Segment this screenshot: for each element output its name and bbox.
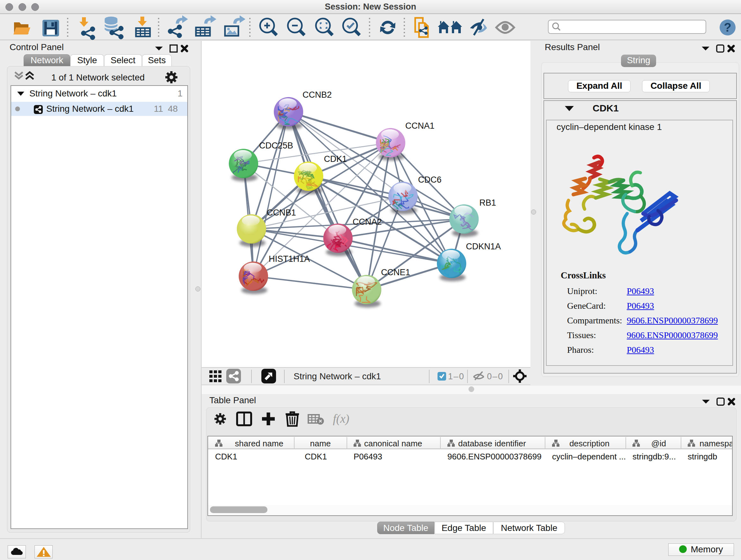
svg-text:CDKN1A: CDKN1A	[466, 242, 501, 251]
svg-text:shared name: shared name	[235, 439, 283, 448]
svg-text:CCNA2: CCNA2	[353, 217, 382, 227]
svg-text:@id: @id	[651, 439, 666, 448]
svg-text:CCNB1: CCNB1	[267, 208, 296, 217]
svg-text:name: name	[310, 439, 331, 448]
svg-text:String Network – cdk1: String Network – cdk1	[293, 371, 381, 381]
svg-text:CCNE1: CCNE1	[381, 267, 410, 277]
svg-text:P06493: P06493	[354, 452, 382, 461]
svg-text:stringdb: stringdb	[688, 452, 718, 461]
svg-text:1 – 0: 1 – 0	[448, 372, 464, 381]
svg-text:1 of 1 Network selected: 1 of 1 Network selected	[51, 72, 145, 82]
svg-text:CDK1: CDK1	[305, 452, 327, 461]
svg-text:CCNA1: CCNA1	[405, 121, 434, 131]
svg-text:description: description	[569, 439, 610, 448]
svg-text:CDK1: CDK1	[215, 452, 237, 461]
svg-text:?: ?	[724, 21, 731, 34]
svg-text:CDC6: CDC6	[418, 175, 442, 185]
svg-text:cyclin–dependent ...: cyclin–dependent ...	[552, 452, 626, 461]
svg-text:CCNB2: CCNB2	[302, 90, 332, 100]
svg-text:RB1: RB1	[479, 198, 496, 207]
svg-text:canonical name: canonical name	[364, 439, 422, 448]
svg-text:namespace: namespace	[699, 439, 732, 448]
svg-text:CDC25B: CDC25B	[259, 141, 293, 150]
svg-text:HIST1H1A: HIST1H1A	[269, 254, 310, 264]
svg-text:9606.ENSP00000378699: 9606.ENSP00000378699	[448, 452, 542, 461]
svg-text:database identifier: database identifier	[458, 439, 526, 448]
svg-text:stringdb:9...: stringdb:9...	[632, 452, 676, 461]
svg-text:CDK1: CDK1	[324, 154, 347, 164]
svg-text:f(x): f(x)	[333, 412, 349, 426]
svg-text:0 – 0: 0 – 0	[487, 372, 503, 381]
